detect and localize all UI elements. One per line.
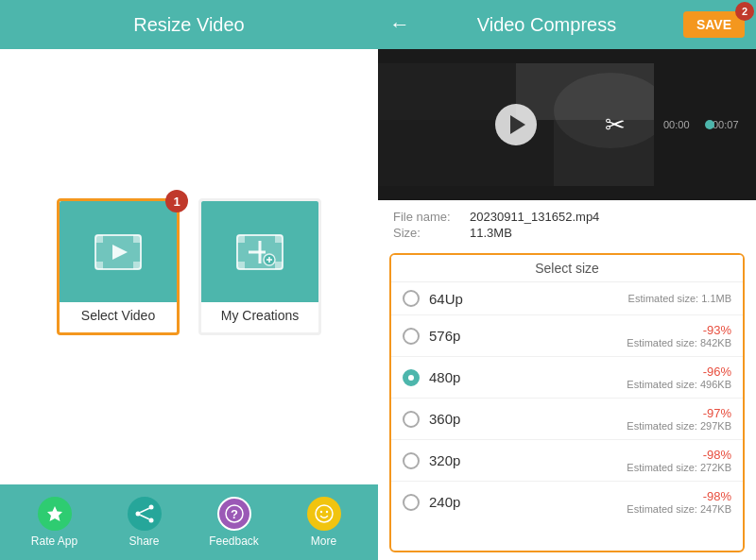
file-info: File name: 20230911_131652.mp4 Size: 11.… [378,200,756,246]
size-percent-320p: -98% [627,448,731,462]
svg-rect-4 [133,262,141,269]
my-creations-icon-area [201,201,318,302]
svg-point-18 [135,512,140,517]
video-thumbnail: ✂ [378,63,654,186]
my-creations-label: My Creations [221,302,299,323]
size-label-480p: 480p [429,369,627,385]
question-icon: ? [217,497,251,531]
creations-icon [235,228,284,277]
footer-rate-app[interactable]: Rate App [26,497,83,548]
size-option-240p[interactable]: 240p -98% Estimated size: 247KB [391,482,743,522]
play-button[interactable] [495,104,537,145]
time-start: 00:00 [663,119,697,130]
size-right-64up: Estimated size: 1.1MB [628,293,731,304]
svg-point-19 [148,518,153,523]
svg-rect-8 [275,235,283,243]
size-label-320p: 320p [429,452,627,468]
rate-app-label: Rate App [31,535,77,548]
size-est-64up: Estimated size: 1.1MB [628,293,731,304]
svg-marker-16 [47,506,62,521]
size-right-360p: -97% Estimated size: 297KB [627,406,731,432]
size-option-64up[interactable]: 64Up Estimated size: 1.1MB [391,282,743,315]
radio-240p[interactable] [403,494,420,511]
step-badge-1: 1 [165,190,188,212]
right-header-title: Video Compress [420,14,674,36]
size-percent-480p: -96% [627,365,731,379]
size-label-64up: 64Up [429,291,628,307]
left-header-title: Resize Video [133,14,244,36]
back-button[interactable]: ← [389,14,410,35]
star-icon [38,497,72,531]
size-option-360p[interactable]: 360p -97% Estimated size: 297KB [391,399,743,440]
size-option-576p[interactable]: 576p -93% Estimated size: 842KB [391,315,743,357]
svg-point-24 [316,505,333,522]
progress-dot [705,120,714,129]
svg-rect-32 [554,120,654,186]
select-video-label: Select Video [81,302,155,323]
video-preview: ✂ 00:00 00:07 [378,49,756,200]
radio-64up[interactable] [403,290,420,307]
radio-480p[interactable] [403,369,420,386]
svg-rect-2 [133,235,141,243]
radio-320p[interactable] [403,452,420,469]
svg-point-26 [325,511,327,513]
file-size-row: Size: 11.3MB [393,226,741,240]
svg-point-17 [148,505,153,510]
save-badge: 2 [735,2,754,21]
svg-rect-28 [378,63,516,120]
size-option-480p[interactable]: 480p -96% Estimated size: 496KB [391,357,743,399]
footer-more[interactable]: More [296,497,352,548]
svg-point-25 [319,511,321,513]
left-header: Resize Video [0,0,378,49]
save-button[interactable]: SAVE 2 [683,11,745,38]
size-right-320p: -98% Estimated size: 272KB [627,448,731,473]
file-name-value: 20230911_131652.mp4 [470,210,599,224]
size-percent-360p: -97% [627,406,731,420]
size-label-240p: 240p [429,494,627,510]
svg-rect-3 [95,262,103,269]
svg-text:?: ? [231,507,238,521]
size-est-360p: Estimated size: 297KB [627,420,731,432]
svg-line-21 [140,515,149,518]
svg-rect-9 [237,262,245,269]
size-est-480p: Estimated size: 496KB [627,379,731,390]
size-right-480p: -96% Estimated size: 496KB [627,365,731,390]
svg-line-20 [140,508,149,512]
share-label: Share [129,535,159,548]
left-footer: Rate App Share ? F [0,484,378,560]
my-creations-card[interactable]: My Creations [198,198,321,335]
scissors-icon[interactable]: ✂ [605,110,626,140]
file-name-key: File name: [393,210,464,224]
time-end: 00:07 [713,119,747,130]
video-controls: 00:00 00:07 [654,110,756,139]
more-label: More [311,535,336,548]
film-icon [94,228,143,277]
share-icon [128,497,162,531]
size-percent-240p: -98% [627,489,731,503]
radio-576p[interactable] [403,328,420,345]
right-panel: ← Video Compress SAVE 2 ✂ 00:00 [378,0,756,560]
file-size-value: 11.3MB [470,226,512,240]
size-est-320p: Estimated size: 272KB [627,462,731,473]
footer-share[interactable]: Share [116,497,173,548]
right-header: ← Video Compress SAVE 2 [378,0,756,49]
select-video-icon-area [60,201,177,302]
radio-360p[interactable] [403,411,420,428]
file-name-row: File name: 20230911_131652.mp4 [393,210,741,224]
size-options-list: 64Up Estimated size: 1.1MB 576p -93% Est… [391,282,743,522]
svg-rect-7 [237,235,245,243]
left-panel: Resize Video 1 Select Video [0,0,378,560]
smiley-icon [307,497,341,531]
footer-feedback[interactable]: ? Feedback [206,497,263,548]
left-content: 1 Select Video [0,49,378,484]
size-label-360p: 360p [429,411,627,427]
size-est-240p: Estimated size: 247KB [627,503,731,515]
size-percent-576p: -93% [627,323,731,337]
select-video-card[interactable]: 1 Select Video [57,198,180,335]
size-right-240p: -98% Estimated size: 247KB [627,489,731,515]
select-size-header: Select size [391,255,743,282]
select-size-container: Select size 64Up Estimated size: 1.1MB 5… [389,253,745,552]
svg-rect-10 [275,262,283,269]
size-right-576p: -93% Estimated size: 842KB [627,323,731,348]
size-option-320p[interactable]: 320p -98% Estimated size: 272KB [391,440,743,482]
